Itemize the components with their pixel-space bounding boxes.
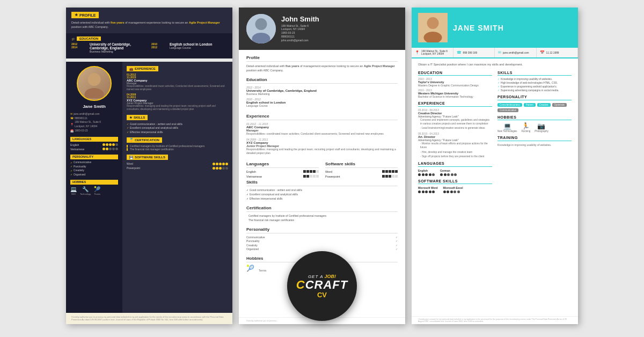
sq-dot (392, 175, 394, 178)
cv1-exp2-desc: Responsibilities: managing and leading t… (127, 105, 228, 111)
cv3-sw-section: SOFTWARE SKILLS Microsoft Word (418, 179, 492, 194)
cv1-email-row: ✉ jane.smith@gmail.com (70, 112, 118, 116)
check-icon: ✓ (70, 173, 72, 176)
cv3-footer-text: I hereby give consent for my personal da… (418, 318, 567, 323)
dot (453, 191, 456, 193)
cv2-skill2-text: Excellent conceptual and analytical skil… (250, 193, 298, 196)
sq-dot (310, 175, 312, 178)
cv2-sw1-row: Word (325, 170, 398, 173)
cv3-exp2-b3: - Sign off projects before they are pres… (420, 155, 492, 158)
cv1-lang2-row: Vietnamese (70, 148, 118, 151)
check-icon: ✓ (497, 85, 500, 88)
cv1-hobby2: 🔧 Technology (80, 186, 91, 195)
sq-dot (382, 170, 385, 173)
cv3-lang1-dots (418, 173, 435, 176)
cv1-hobby1-label: SEO (71, 193, 76, 195)
cv3-right-col: SKILLS ✓ Knowledge in improving usabilit… (497, 71, 572, 196)
dot (109, 143, 112, 146)
cv1-sw2: Powerpoint (127, 166, 140, 170)
cv1-email: jane.smith@gmail.com (74, 112, 100, 116)
check-icon: ✓ (127, 130, 129, 134)
cv3-address-item: 📍 199 Walnut St., Suite 6 Lockport, NY 1… (412, 48, 453, 57)
logo-craft-text: CCRAFT (296, 279, 348, 291)
cv1-edu-row-2: 2010 2012 English school in London Langu… (151, 42, 227, 54)
cv1-pers-title: PERSONALITY (70, 155, 118, 159)
cv1-edu1-detail: University of Cambridge, Cambridge, Engl… (90, 42, 147, 54)
cv3-exp1-b1: Conceive and implement concepts, guideli… (420, 118, 492, 126)
cv2-skill1: ✓ Good communication - written and oral … (246, 188, 398, 192)
cv3-skill2-text: High knowledge of web technologies HTML,… (501, 82, 558, 84)
cv1-sw1: Word (127, 162, 133, 165)
cv1-pt3: position with ABC Company. (71, 25, 108, 28)
cv2-cert2: The financial risk manager certification (246, 218, 398, 222)
location-icon: 📍 (415, 50, 420, 55)
cv2-profile-text: Detail-oriented individual with five yea… (246, 64, 398, 73)
cv2-exp-title: Experience (246, 114, 398, 120)
cv3-training-section: TRAINING Knowledge in improving usabilit… (497, 136, 572, 147)
cv1-skills-section: ★ SKILLS ✓ Good communication - written … (127, 115, 228, 134)
dot (216, 163, 218, 165)
cv3-edu-section: EDUCATION 2010 - 2013 Taylor's Universit… (418, 71, 492, 99)
sq-dot (389, 175, 391, 178)
cv3-hobby2-label: Running (521, 130, 530, 133)
dot (450, 191, 453, 193)
dot (418, 173, 421, 176)
cv1-phone-row: ☎ 888000111 (70, 116, 118, 120)
cv3-sw2-col: Microsoft Excel (443, 186, 463, 193)
cv2-profile-section: Profile Detail-oriented individual with … (246, 55, 398, 73)
cv3-lang1-col: English (418, 169, 435, 176)
cv3-skills-section: SKILLS ✓ Knowledge in improving usabilit… (497, 71, 572, 92)
cv3-skill3-text: Experience in programming android applic… (501, 85, 557, 88)
cv1-edu2-detail: English school in London Language Course (170, 42, 212, 54)
cv1-edu-rows: 2012 2014 University of Cambridge, Cambr… (71, 42, 227, 55)
cv1-skill1: ✓ Good communication - written and oral … (127, 122, 228, 126)
cv2-sw-title: Software skills (325, 162, 398, 168)
cv2-edu-section: Education 2012 - 2014 University of Camb… (246, 77, 398, 109)
cv3-edu2: 2010 - 2013 Western Michigan University … (418, 89, 492, 98)
cv1-profile-text: Detail-oriented individual with five yea… (71, 21, 227, 29)
svg-point-0 (88, 73, 101, 86)
logo-craft-cv-row: CCRAFT (296, 279, 348, 291)
sq-dot (316, 175, 319, 178)
cv2-photo (246, 14, 276, 43)
cv2-exp1-desc: Responsibilities: coordinated tracer act… (246, 132, 398, 136)
cv1-hobby1: 💻 SEO (70, 186, 77, 195)
cv1-sw-title: SOFTWARE SKILLS (135, 156, 165, 159)
star-icon: ★ (75, 13, 78, 17)
cv3-pers3-tag: Creative (537, 103, 551, 107)
cv2-cert1: Certified managers by Institute of Certi… (246, 214, 398, 217)
cv3-lang-title: LANGUAGES (418, 162, 492, 167)
cv2-pers-section: Personality Communicative ✓ Punctuality … (246, 227, 398, 252)
cv1-edu1-field: Business Marketing (90, 50, 147, 54)
dot (418, 191, 421, 193)
cv1-lang1-row: English (70, 143, 118, 146)
svg-point-3 (255, 18, 267, 30)
cv2-edu2-field: Language Course (246, 104, 398, 107)
calendar-icon: 📅 (540, 50, 545, 55)
dot (451, 173, 453, 176)
cv2-exp2-desc: Responsibilities: managing and leading t… (246, 148, 398, 155)
cv2-lang2-dots (303, 175, 319, 178)
cv3-dob-item: 📅 11.12.1989 (537, 48, 579, 57)
cv1-edu2-year: 2010 2012 (151, 42, 166, 54)
cv3-skill1-text: Knowledge in improving usability of webs… (501, 78, 552, 80)
cv1-sw-title-bar: 💾 SOFTWARE SKILLS (127, 155, 168, 160)
cv3-hobby1-label: New Technologies (497, 130, 517, 133)
running-icon: 🏃 (522, 122, 530, 130)
cv1-lang2-dots (103, 148, 118, 150)
cv2-sw2-row: Powerpoint (325, 175, 398, 178)
cv1-skill3-text: Effective interpersonal skills (130, 130, 163, 134)
cv1-pers3-label: Creativity (74, 169, 84, 172)
dot (219, 163, 222, 165)
cv1-address-row: 📍 199 Walnut St., Suite 6 Lockport, NY 1… (70, 120, 118, 128)
cv1-exp2-date: 04.2009 11.2011 (127, 93, 228, 99)
craft-cv-logo[interactable]: GET A JOB! CCRAFT CV (287, 251, 357, 321)
cv2-phone: 888000111 (281, 35, 319, 38)
dot (112, 143, 115, 146)
cv3-name-block: JANE SMITH (453, 24, 572, 32)
cv1-pers3: ✓ Creativity (70, 169, 118, 172)
dot (432, 191, 435, 193)
cv1-exp2: 04.2009 11.2011 XYZ Company Junior Proje… (127, 93, 228, 111)
cv3-skill4: ✓ Supervising advertising campaigns in s… (497, 89, 572, 92)
check-icon: ✓ (70, 161, 72, 164)
